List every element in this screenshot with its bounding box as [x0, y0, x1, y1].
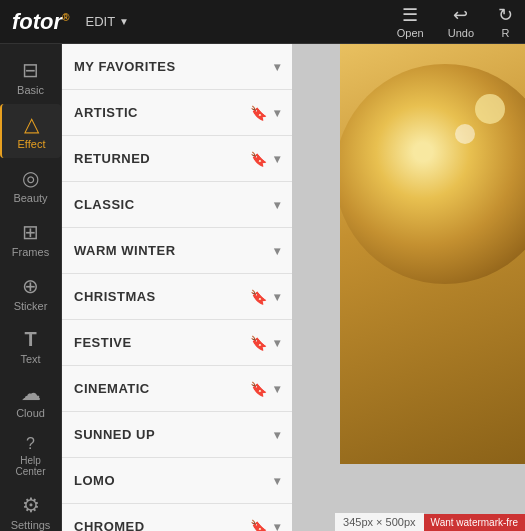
effect-controls-myfavorites: ▾ [274, 60, 281, 74]
sidebar-item-text[interactable]: T Text [0, 320, 61, 373]
beauty-icon: ◎ [22, 166, 39, 190]
sidebar-label-sticker: Sticker [14, 300, 48, 312]
edit-chevron-icon: ▼ [119, 16, 129, 27]
sidebar-item-beauty[interactable]: ◎ Beauty [0, 158, 61, 212]
undo-button[interactable]: ↩ Undo [448, 4, 474, 39]
basic-icon: ⊟ [22, 58, 39, 82]
open-button[interactable]: ☰ Open [397, 4, 424, 39]
redo-button[interactable]: ↻ R [498, 4, 513, 39]
logo-trademark: ® [62, 11, 69, 22]
effect-controls-sunnedup: ▾ [274, 428, 281, 442]
popcorn-kernel-2 [455, 124, 475, 144]
effect-item-chromed[interactable]: CHROMED 🔖 ▾ [62, 504, 292, 531]
undo-icon: ↩ [453, 4, 468, 26]
effect-label-sunnedup: SUNNED UP [74, 427, 155, 442]
sidebar-label-beauty: Beauty [13, 192, 47, 204]
effect-label-cinematic: CINEMATIC [74, 381, 150, 396]
sidebar-label-basic: Basic [17, 84, 44, 96]
effect-label-myfavorites: MY FAVORITES [74, 59, 176, 74]
edit-label: EDIT [85, 14, 115, 29]
chevron-down-icon: ▾ [274, 520, 281, 532]
bookmark-icon: 🔖 [250, 105, 268, 121]
effect-panel: MY FAVORITES ▾ ARTISTIC 🔖 ▾ RETURNED 🔖 ▾… [62, 44, 292, 531]
sidebar-item-effect[interactable]: △ Effect [0, 104, 61, 158]
sidebar-item-settings[interactable]: ⚙ Settings [0, 485, 61, 531]
sidebar: ⊟ Basic △ Effect ◎ Beauty ⊞ Frames ⊕ Sti… [0, 44, 62, 531]
effect-item-festive[interactable]: FESTIVE 🔖 ▾ [62, 320, 292, 366]
effect-controls-festive: 🔖 ▾ [250, 335, 280, 351]
effect-item-sunnedup[interactable]: SUNNED UP ▾ [62, 412, 292, 458]
redo-label: R [502, 27, 510, 39]
popcorn-kernel-1 [475, 94, 505, 124]
sidebar-label-effect: Effect [18, 138, 46, 150]
chevron-down-icon: ▾ [274, 474, 281, 488]
effect-controls-warmwinter: ▾ [274, 244, 281, 258]
effect-label-festive: FESTIVE [74, 335, 132, 350]
effect-label-christmas: CHRISTMAS [74, 289, 156, 304]
sidebar-label-text: Text [20, 353, 40, 365]
chevron-down-icon: ▾ [274, 428, 281, 442]
bookmark-icon: 🔖 [250, 519, 268, 532]
watermark-label[interactable]: Want watermark-fre [424, 514, 525, 531]
effect-item-returned[interactable]: RETURNED 🔖 ▾ [62, 136, 292, 182]
sidebar-item-basic[interactable]: ⊟ Basic [0, 50, 61, 104]
effect-label-chromed: CHROMED [74, 519, 145, 531]
effect-item-cinematic[interactable]: CINEMATIC 🔖 ▾ [62, 366, 292, 412]
effect-controls-artistic: 🔖 ▾ [250, 105, 280, 121]
settings-icon: ⚙ [22, 493, 40, 517]
effect-item-lomo[interactable]: LOMO ▾ [62, 458, 292, 504]
redo-icon: ↻ [498, 4, 513, 26]
effect-controls-christmas: 🔖 ▾ [250, 289, 280, 305]
effect-label-warmwinter: WARM WINTER [74, 243, 176, 258]
sidebar-item-cloud[interactable]: ☁ Cloud [0, 373, 61, 427]
effect-item-classic[interactable]: CLASSIC ▾ [62, 182, 292, 228]
chevron-down-icon: ▾ [274, 106, 281, 120]
frames-icon: ⊞ [22, 220, 39, 244]
effect-icon: △ [24, 112, 39, 136]
help-icon: ? [26, 435, 35, 453]
canvas-area: 345px × 500px Want watermark-fre [292, 44, 525, 531]
effect-item-artistic[interactable]: ARTISTIC 🔖 ▾ [62, 90, 292, 136]
effect-controls-classic: ▾ [274, 198, 281, 212]
effect-item-christmas[interactable]: CHRISTMAS 🔖 ▾ [62, 274, 292, 320]
effect-item-myfavorites[interactable]: MY FAVORITES ▾ [62, 44, 292, 90]
text-icon: T [24, 328, 36, 351]
chevron-down-icon: ▾ [274, 244, 281, 258]
open-icon: ☰ [402, 4, 418, 26]
chevron-down-icon: ▾ [274, 60, 281, 74]
edit-menu[interactable]: EDIT ▼ [85, 14, 129, 29]
effect-label-classic: CLASSIC [74, 197, 135, 212]
canvas-bottom-bar: 345px × 500px Want watermark-fre [335, 513, 525, 531]
sidebar-item-frames[interactable]: ⊞ Frames [0, 212, 61, 266]
effect-label-returned: RETURNED [74, 151, 150, 166]
header: fotor® EDIT ▼ ☰ Open ↩ Undo ↻ R [0, 0, 525, 44]
effect-label-lomo: LOMO [74, 473, 115, 488]
effect-controls-chromed: 🔖 ▾ [250, 519, 280, 532]
sidebar-label-help: Help Center [4, 455, 57, 477]
bookmark-icon: 🔖 [250, 151, 268, 167]
chevron-down-icon: ▾ [274, 290, 281, 304]
effect-label-artistic: ARTISTIC [74, 105, 138, 120]
sidebar-item-help[interactable]: ? Help Center [0, 427, 61, 485]
sidebar-label-settings: Settings [11, 519, 51, 531]
bookmark-icon: 🔖 [250, 335, 268, 351]
sticker-icon: ⊕ [22, 274, 39, 298]
effect-controls-cinematic: 🔖 ▾ [250, 381, 280, 397]
sidebar-label-frames: Frames [12, 246, 49, 258]
bookmark-icon: 🔖 [250, 381, 268, 397]
sidebar-label-cloud: Cloud [16, 407, 45, 419]
sidebar-item-sticker[interactable]: ⊕ Sticker [0, 266, 61, 320]
undo-label: Undo [448, 27, 474, 39]
effect-controls-returned: 🔖 ▾ [250, 151, 280, 167]
header-actions: ☰ Open ↩ Undo ↻ R [397, 4, 513, 39]
logo-text: fotor [12, 9, 62, 34]
chevron-down-icon: ▾ [274, 382, 281, 396]
cloud-icon: ☁ [21, 381, 41, 405]
canvas-image [340, 44, 525, 464]
chevron-down-icon: ▾ [274, 198, 281, 212]
logo: fotor® [12, 9, 69, 35]
effect-item-warmwinter[interactable]: WARM WINTER ▾ [62, 228, 292, 274]
chevron-down-icon: ▾ [274, 336, 281, 350]
canvas-size-label: 345px × 500px [335, 513, 423, 531]
effect-controls-lomo: ▾ [274, 474, 281, 488]
